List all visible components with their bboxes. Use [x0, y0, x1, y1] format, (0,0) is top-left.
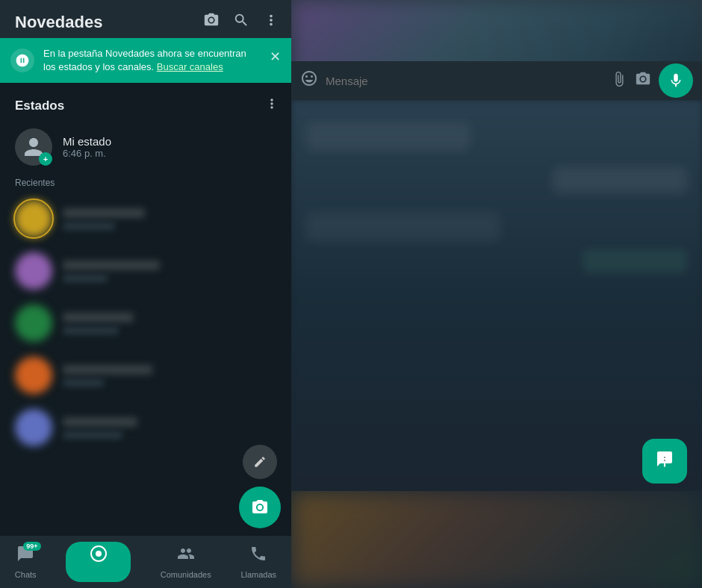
estados-more-icon[interactable] — [264, 96, 279, 115]
stories-list — [0, 193, 291, 588]
list-item[interactable] — [0, 349, 291, 401]
nav-item-novedades[interactable]: Novedades — [57, 537, 140, 587]
story-text — [63, 313, 279, 334]
notification-banner: En la pestaña Novedades ahora se encuent… — [0, 38, 291, 83]
chats-badge: 99+ — [23, 542, 40, 551]
bottom-navigation: 99+ Chats Novedades Comunidades — [0, 536, 291, 588]
search-icon[interactable] — [233, 12, 249, 32]
attach-icon[interactable] — [611, 71, 627, 91]
novedades-nav-icon — [90, 545, 108, 567]
comunidades-nav-label: Comunidades — [161, 570, 211, 579]
emoji-icon[interactable] — [300, 69, 318, 92]
edit-fab-button[interactable] — [243, 445, 277, 479]
more-options-icon[interactable] — [263, 12, 279, 32]
new-chat-fab-button[interactable]: + — [642, 439, 687, 484]
novedades-active-bg: Novedades — [66, 542, 131, 582]
novedades-nav-label: Novedades — [76, 570, 120, 579]
notification-text: En la pestaña Novedades ahora se encuent… — [43, 47, 261, 74]
list-item[interactable] — [0, 193, 291, 245]
buscar-canales-link[interactable]: Buscar canales — [157, 61, 223, 72]
mi-estado-item[interactable]: + Mi estado 6:46 p. m. — [0, 122, 291, 172]
story-text — [63, 260, 279, 282]
chat-background — [291, 100, 702, 491]
svg-point-1 — [96, 551, 102, 557]
nav-item-llamadas[interactable]: Llamadas — [232, 540, 285, 584]
left-panel: Novedades En la pestaña Novedades ahora … — [0, 0, 291, 588]
app-header: Novedades — [0, 0, 291, 38]
nav-item-comunidades[interactable]: Comunidades — [152, 540, 220, 584]
new-chat-icon — [656, 450, 674, 472]
camera-fab-button[interactable] — [239, 487, 281, 528]
list-item[interactable] — [0, 245, 291, 297]
header-icons — [203, 12, 279, 32]
camera-icon[interactable] — [203, 12, 220, 32]
message-input[interactable] — [326, 75, 603, 87]
mi-estado-avatar: + — [15, 128, 52, 166]
camera-message-icon[interactable] — [635, 71, 651, 91]
story-avatar — [15, 357, 52, 394]
comunidades-nav-icon — [177, 545, 195, 567]
chat-bottom-area — [291, 491, 702, 588]
nav-item-chats[interactable]: 99+ Chats — [6, 540, 46, 584]
fab-container — [239, 445, 281, 528]
chat-messages-area — [291, 100, 702, 491]
story-avatar — [15, 409, 52, 446]
recientes-label: Recientes — [0, 172, 291, 193]
mi-estado-time: 6:46 p. m. — [63, 148, 111, 159]
notification-whatsapp-icon — [10, 49, 34, 72]
add-estado-icon[interactable]: + — [39, 152, 52, 166]
chat-bottom-background — [291, 491, 702, 588]
story-avatar — [15, 304, 52, 342]
right-panel: + — [291, 0, 702, 588]
mi-estado-name: Mi estado — [63, 135, 111, 148]
mi-estado-info: Mi estado 6:46 p. m. — [63, 135, 111, 159]
list-item[interactable] — [0, 297, 291, 349]
notification-close-icon[interactable]: ✕ — [270, 49, 281, 65]
estados-header: Estados — [0, 83, 291, 122]
story-text — [63, 365, 279, 387]
story-avatar — [15, 252, 52, 290]
chats-nav-label: Chats — [15, 570, 37, 579]
story-text — [63, 208, 279, 230]
llamadas-nav-label: Llamadas — [240, 570, 276, 579]
mic-button[interactable] — [659, 63, 693, 98]
message-input-bar — [291, 61, 702, 100]
estados-title: Estados — [15, 98, 64, 113]
llamadas-nav-icon — [249, 545, 267, 567]
page-title: Novedades — [15, 13, 102, 32]
story-avatar — [15, 200, 52, 237]
story-text — [63, 417, 279, 439]
